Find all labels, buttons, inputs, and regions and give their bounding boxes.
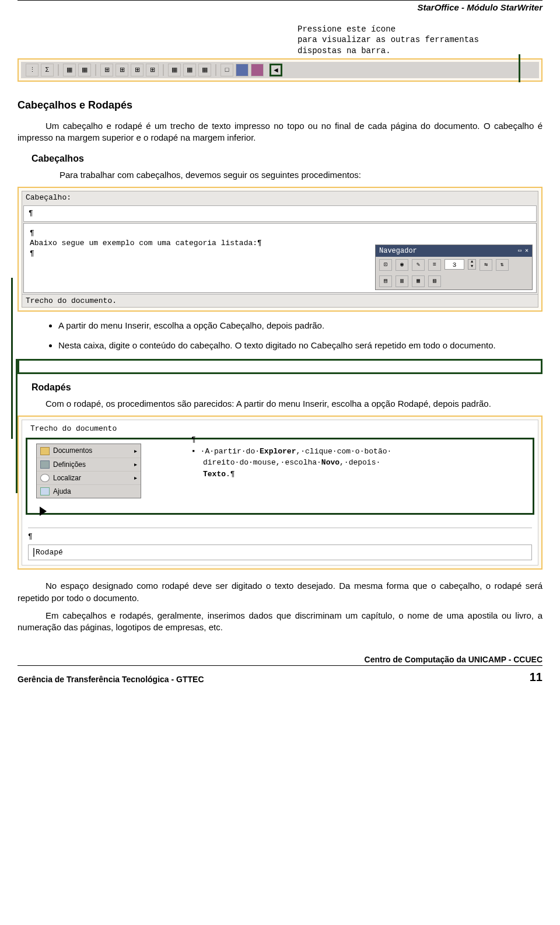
subheading-cabecalhos: Cabeçalhos: [32, 152, 542, 165]
table-icon[interactable]: ▦: [78, 64, 91, 76]
closing-paragraph-2: Em cabeçalhos e rodapés, geralmente, ins…: [18, 610, 542, 634]
nav-spinner[interactable]: ▲▼: [468, 259, 476, 270]
context-menu[interactable]: Documentos ▸ Definições ▸ Localizar ▸ Aj…: [36, 444, 141, 498]
footer-org-left: Gerência de Transferência Tecnológica - …: [18, 674, 204, 685]
grid-icon[interactable]: ⊞: [116, 64, 128, 76]
doc-text: ▪ ·A·partir·do·: [191, 447, 260, 456]
doc-bold: Novo: [321, 458, 340, 467]
footer-field-screenshot: Trecho do documento Documentos ▸ Definiç…: [18, 416, 542, 570]
nav-icon[interactable]: ▧: [428, 275, 441, 287]
navigator-title: Navegador: [379, 246, 417, 256]
toolbar-handle-icon: ⋮: [26, 64, 38, 76]
nav-icon[interactable]: ◉: [396, 259, 408, 271]
callout-line-3: dispostas na barra.: [298, 46, 542, 56]
nav-icon[interactable]: ▦: [412, 275, 425, 287]
search-icon: [40, 474, 50, 482]
header-field-screenshot: Cabeçalho: ¶ ¶ Abaixo segue um exemplo c…: [18, 187, 542, 312]
document-text-area: ¶ ▪ ·A·partir·do·Explorer,·clique·com·o·…: [191, 434, 532, 480]
page-footer: Centro de Computação da UNICAMP - CCUEC …: [18, 654, 542, 685]
nav-icon[interactable]: ≡: [428, 259, 441, 271]
sigma-icon[interactable]: Σ: [41, 64, 54, 76]
window-controls[interactable]: ▭ ✕: [518, 247, 528, 255]
menu-item-ajuda[interactable]: Ajuda: [37, 485, 141, 498]
nav-icon[interactable]: ⇆: [480, 259, 492, 271]
help-icon: [40, 487, 50, 495]
footer-field-area: ¶ Rodapé: [28, 528, 532, 560]
footer-label: Rodapé: [33, 548, 63, 557]
callout-line-1: Pressione este ícone: [298, 24, 542, 34]
grid-icon[interactable]: ▦: [168, 64, 181, 76]
footer-org-right: Centro de Computação da UNICAMP - CCUEC: [18, 654, 542, 665]
nav-icon[interactable]: ✎: [412, 259, 425, 271]
cabecalhos-paragraph: Para trabalhar com cabeçalhos, devemos s…: [32, 169, 542, 181]
nav-icon[interactable]: ▥: [396, 275, 408, 287]
grid-icon[interactable]: ⊞: [146, 64, 159, 76]
navigator-panel[interactable]: Navegador ▭ ✕ ⊡ ◉ ✎ ≡ 3 ▲▼ ⇆ ⇅ ▤ ▥ ▦: [375, 245, 533, 290]
folder-icon: [40, 447, 50, 455]
closing-paragraph-1: No espaço designado como rodapé deve ser…: [18, 580, 542, 604]
document-body-area: ¶ Abaixo segue um exemplo com uma catego…: [23, 223, 537, 293]
expand-arrow-icon[interactable]: ◄: [270, 64, 282, 76]
cabecalho-label: Cabeçalho:: [22, 191, 538, 204]
toolbar: ⋮ Σ ▦ ▦ ⊞ ⊞ ⊞ ⊞ ▦ ▦ ▦ □ ◄: [21, 62, 539, 78]
grid-icon[interactable]: ⊞: [100, 64, 113, 76]
bullet-item-2: Nesta caixa, digite o conteúdo do cabeça…: [58, 340, 542, 351]
menu-label: Documentos: [53, 446, 92, 455]
instruction-list: A partir do menu Inserir, escolha a opçã…: [58, 320, 542, 352]
footer-rule: [18, 665, 542, 666]
menu-item-definicoes[interactable]: Definições ▸: [37, 458, 141, 472]
toolbar-separator: [95, 64, 96, 76]
subheading-rodapes: Rodapés: [32, 381, 542, 394]
navigator-toolbar-2: ▤ ▥ ▦ ▧: [376, 273, 532, 289]
menu-label: Localizar: [53, 473, 81, 483]
submenu-arrow-icon: ▸: [134, 474, 137, 482]
doc-text: direito·do·mouse,·escolha·: [203, 458, 321, 467]
paragraph-mark: ¶: [30, 228, 530, 239]
grid-icon[interactable]: ⊞: [131, 64, 144, 76]
grid-icon[interactable]: ▦: [198, 64, 211, 76]
trecho-label: Trecho do documento: [30, 424, 117, 434]
document-header: StarOffice - Módulo StarWriter: [18, 2, 542, 13]
nav-page-number[interactable]: 3: [444, 259, 464, 270]
navigator-toolbar: ⊡ ◉ ✎ ≡ 3 ▲▼ ⇆ ⇅: [376, 257, 532, 273]
menu-label: Ajuda: [53, 487, 71, 496]
doc-bold: Explorer: [260, 447, 296, 456]
grid-icon[interactable]: ▦: [183, 64, 196, 76]
page-number: 11: [530, 669, 542, 685]
highlight-connector-v: [11, 278, 13, 439]
intro-paragraph: Um cabeçalho e rodapé é um trecho de tex…: [18, 120, 542, 144]
header-rule: [18, 0, 542, 1]
toolbar-callout-figure: Pressione este ícone para visualizar as …: [18, 24, 542, 82]
navigator-titlebar: Navegador ▭ ✕: [376, 245, 532, 257]
toolbar-screenshot: ⋮ Σ ▦ ▦ ⊞ ⊞ ⊞ ⊞ ▦ ▦ ▦ □ ◄: [18, 58, 542, 82]
trecho-label: Trecho do documento.: [22, 294, 538, 308]
nav-icon[interactable]: ⇅: [496, 259, 509, 271]
cursor-pointer-icon: [40, 507, 47, 516]
table-icon[interactable]: ▦: [63, 64, 76, 76]
toolbar-separator: [163, 64, 164, 76]
section-heading: Cabeçalhos e Rodapés: [18, 98, 542, 112]
menu-item-localizar[interactable]: Localizar ▸: [37, 472, 141, 485]
toolbar-separator: [215, 64, 216, 76]
square-icon[interactable]: □: [220, 64, 233, 76]
doc-text: ,·clique·com·o·botão·: [296, 447, 391, 456]
submenu-arrow-icon: ▸: [134, 460, 137, 469]
color-icon[interactable]: [251, 64, 264, 76]
doc-text: ,·depois·: [340, 458, 380, 467]
nav-icon[interactable]: ▤: [379, 275, 392, 287]
bullet-item-1: A partir do menu Inserir, escolha a opçã…: [58, 320, 542, 331]
header-input-field[interactable]: ¶: [23, 205, 537, 222]
footer-input-field[interactable]: Rodapé: [28, 544, 532, 561]
callout-text: Pressione este ícone para visualizar as …: [298, 24, 542, 56]
rodapes-paragraph: Com o rodapé, os procedimentos são parec…: [18, 398, 542, 410]
menu-item-documentos[interactable]: Documentos ▸: [37, 444, 141, 458]
callout-connector: [519, 54, 520, 82]
nav-icon[interactable]: ⊡: [379, 259, 392, 271]
color-icon[interactable]: [236, 64, 249, 76]
header-input-highlight: [18, 359, 542, 374]
doc-bold: Texto: [203, 470, 226, 479]
callout-line-2: para visualizar as outras ferramentas: [298, 34, 542, 45]
menu-label: Definições: [53, 460, 86, 469]
gear-icon: [40, 460, 50, 469]
toolbar-separator: [58, 64, 59, 76]
